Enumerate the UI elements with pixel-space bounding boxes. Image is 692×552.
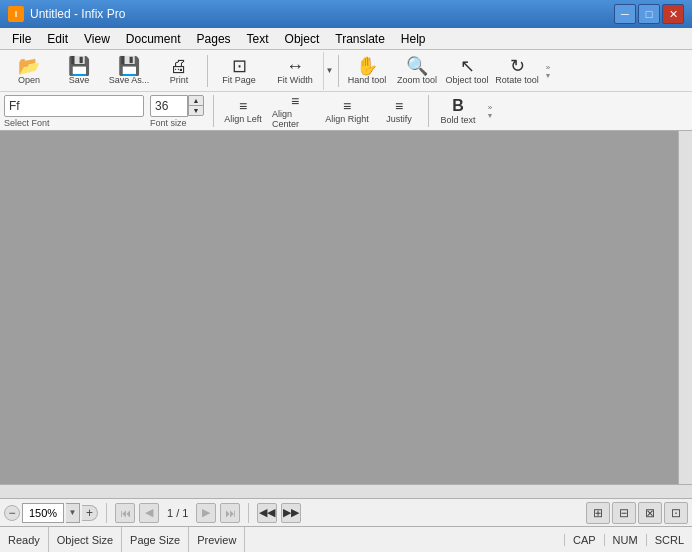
bold-text-button[interactable]: B Bold text [432,94,484,128]
page-display: 1 / 1 [167,507,188,519]
justify-label: Justify [386,114,412,124]
align-left-label: Align Left [224,114,262,124]
menu-item-translate[interactable]: Translate [327,30,393,48]
object-tool-button[interactable]: ↖ Object tool [442,52,492,90]
zoom-tool-button[interactable]: 🔍 Zoom tool [392,52,442,90]
toolbar-area: 📂 Open 💾 Save 💾 Save As... 🖨 Print ⊡ Fit… [0,50,692,131]
font-size-label: Font size [150,118,187,128]
bottom-more-down-icon: ▼ [487,112,494,119]
open-label: Open [18,76,40,85]
preview-section: Preview [189,527,245,552]
title-controls: ─ □ ✕ [614,4,684,24]
print-button[interactable]: 🖨 Print [154,52,204,90]
toolbar-bottom-more[interactable]: » ▼ [484,92,496,130]
rotate-tool-icon: ↻ [510,57,525,75]
cap-label: CAP [573,534,596,546]
canvas-main[interactable] [0,131,678,484]
align-left-button[interactable]: ≡ Align Left [217,94,269,128]
zoom-tool-label: Zoom tool [397,76,437,85]
select-font-input[interactable] [4,95,144,117]
save-as-button[interactable]: 💾 Save As... [104,52,154,90]
prev-page-button[interactable]: ◀ [139,503,159,523]
close-button[interactable]: ✕ [662,4,684,24]
status-right: CAP NUM SCRL [564,534,692,546]
first-page-button[interactable]: ⏮ [115,503,135,523]
fit-width-button[interactable]: ↔ Fit Width [267,52,323,90]
last-page-button[interactable]: ⏭ [220,503,240,523]
align-center-icon: ≡ [291,94,299,108]
align-right-icon: ≡ [343,99,351,113]
next-page-button[interactable]: ▶ [196,503,216,523]
object-tool-icon: ↖ [460,57,475,75]
font-size-up-button[interactable]: ▲ [188,95,204,106]
align-right-label: Align Right [325,114,369,124]
open-button[interactable]: 📂 Open [4,52,54,90]
back-button[interactable]: ◀◀ [257,503,277,523]
align-center-button[interactable]: ≡ Align Center [269,94,321,128]
font-label: Select Font [4,118,50,128]
canvas-wrapper [0,131,692,498]
title-left: I Untitled - Infix Pro [8,6,125,22]
print-icon: 🖨 [170,57,188,75]
preview-icon-2[interactable]: ⊟ [612,502,636,524]
zoom-in-button[interactable]: + [82,505,98,521]
toolbar-top-more[interactable]: » ▼ [542,52,554,90]
separator-4 [428,95,429,127]
print-label: Print [170,76,189,85]
minimize-button[interactable]: ─ [614,4,636,24]
font-size-down-button[interactable]: ▼ [188,105,204,116]
preview-icon-1[interactable]: ⊞ [586,502,610,524]
zoom-dropdown-button[interactable]: ▼ [66,503,80,523]
menu-item-text[interactable]: Text [239,30,277,48]
preview-label: Preview [197,534,236,546]
page-size-section: Page Size [122,527,189,552]
nav-separator-1 [106,503,107,523]
scrl-indicator: SCRL [646,534,692,546]
menu-item-object[interactable]: Object [277,30,328,48]
menu-item-file[interactable]: File [4,30,39,48]
preview-icon-4[interactable]: ⊡ [664,502,688,524]
save-button[interactable]: 💾 Save [54,52,104,90]
separator-3 [213,95,214,127]
menu-item-document[interactable]: Document [118,30,189,48]
font-size-wrap: ▲ ▼ Font size [150,95,204,128]
page-size-label: Page Size [130,534,180,546]
font-size-arrows: ▲ ▼ [188,95,204,117]
ready-label: Ready [8,534,40,546]
num-label: NUM [613,534,638,546]
bottom-icon-group: ⊞ ⊟ ⊠ ⊡ [586,502,688,524]
hand-tool-button[interactable]: ✋ Hand tool [342,52,392,90]
scrl-label: SCRL [655,534,684,546]
object-size-label: Object Size [57,534,113,546]
font-size-input[interactable] [150,95,188,117]
forward-button[interactable]: ▶▶ [281,503,301,523]
toolbar-bottom: Select Font ▲ ▼ Font size ≡ Align Left ≡… [0,92,692,130]
menu-item-view[interactable]: View [76,30,118,48]
app-icon: I [8,6,24,22]
fit-width-dropdown[interactable]: ▼ [323,52,335,90]
object-tool-label: Object tool [445,76,488,85]
maximize-button[interactable]: □ [638,4,660,24]
menu-item-pages[interactable]: Pages [189,30,239,48]
align-center-label: Align Center [272,109,318,129]
zoom-input[interactable] [22,503,64,523]
menu-item-help[interactable]: Help [393,30,434,48]
hand-tool-label: Hand tool [348,76,387,85]
align-right-button[interactable]: ≡ Align Right [321,94,373,128]
fit-page-icon: ⊡ [232,57,247,75]
bottom-more-icon: » [488,103,492,112]
horizontal-scrollbar[interactable] [0,484,692,498]
fit-page-button[interactable]: ⊡ Fit Page [211,52,267,90]
fit-page-group: ⊡ Fit Page [211,52,267,90]
vertical-scrollbar[interactable] [678,131,692,484]
save-as-label: Save As... [109,76,150,85]
preview-icon-3[interactable]: ⊠ [638,502,662,524]
zoom-out-button[interactable]: − [4,505,20,521]
save-label: Save [69,76,90,85]
bold-icon: B [452,98,464,114]
ready-status: Ready [0,527,49,552]
rotate-tool-button[interactable]: ↻ Rotate tool [492,52,542,90]
align-left-icon: ≡ [239,99,247,113]
justify-button[interactable]: ≡ Justify [373,94,425,128]
menu-item-edit[interactable]: Edit [39,30,76,48]
